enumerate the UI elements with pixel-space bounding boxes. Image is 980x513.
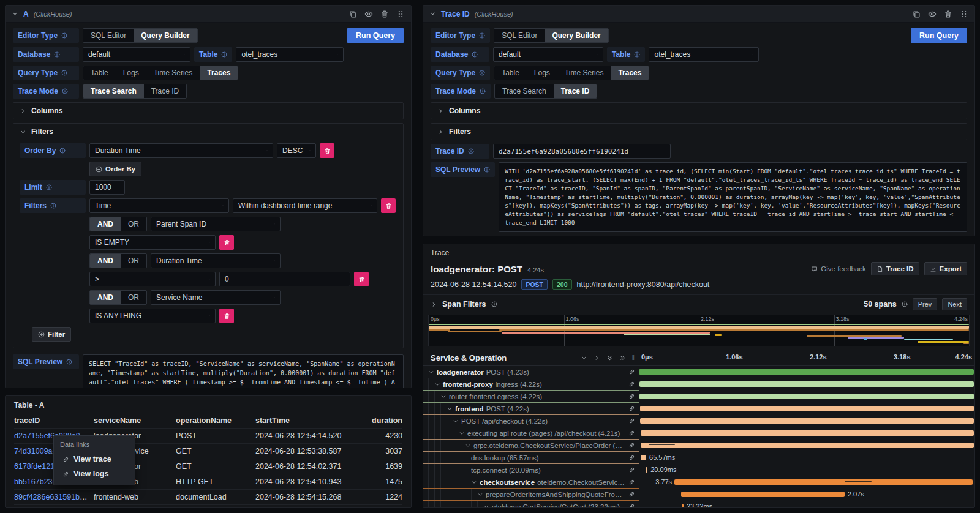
span-link-icon[interactable] <box>628 418 635 424</box>
span-collapse-icon[interactable] <box>465 443 471 449</box>
span-name-cell[interactable]: dns.lookup (65.57ms) <box>423 452 639 464</box>
run-query-button[interactable]: Run Query <box>911 28 967 43</box>
tab-query-builder[interactable]: Query Builder <box>134 29 197 42</box>
span-link-icon[interactable] <box>628 393 635 400</box>
span-link-icon[interactable] <box>628 405 635 412</box>
span-gantt-cell[interactable]: 65.57ms <box>639 452 974 464</box>
or-option[interactable]: OR <box>121 217 146 231</box>
expand-all-icon[interactable] <box>619 354 626 361</box>
filter-value-input[interactable] <box>219 272 350 286</box>
run-query-button[interactable]: Run Query <box>347 28 404 43</box>
span-gantt-cell[interactable]: 3.77s <box>639 476 974 489</box>
delete-filter-button[interactable] <box>381 198 396 213</box>
span-name-cell[interactable]: checkoutserviceoteldemo.CheckoutService/… <box>423 476 639 489</box>
tab-trace-search[interactable]: Trace Search <box>83 84 144 98</box>
delete-filter-button[interactable] <box>219 309 234 323</box>
filter-op-select[interactable]: IS EMPTY <box>89 235 216 250</box>
col-header-traceid[interactable]: traceID <box>14 416 94 425</box>
span-gantt-cell[interactable] <box>639 391 974 403</box>
span-name-cell[interactable]: frontendPOST (4.22s) <box>423 403 639 415</box>
span-collapse-icon[interactable] <box>459 430 465 436</box>
limit-input[interactable] <box>89 180 125 195</box>
span-name-cell[interactable]: prepareOrderItemsAndShippingQuoteFromCar… <box>423 489 639 501</box>
delete-icon[interactable] <box>944 10 952 18</box>
col-header-duration[interactable]: duration <box>369 416 402 425</box>
export-button[interactable]: Export <box>924 262 967 275</box>
tab-logs[interactable]: Logs <box>527 66 557 80</box>
tab-traces[interactable]: Traces <box>200 66 238 80</box>
span-duration-bar[interactable] <box>674 479 973 485</box>
col-header-starttime[interactable]: startTime <box>255 416 369 425</box>
span-name-cell[interactable]: grpc.oteldemo.CheckoutService/PlaceOrder… <box>423 440 639 452</box>
delete-order-by-button[interactable] <box>320 143 334 158</box>
order-by-field-select[interactable]: Duration Time <box>89 143 273 158</box>
tab-trace-id[interactable]: Trace ID <box>144 84 187 98</box>
span-duration-bar[interactable] <box>641 455 646 460</box>
database-select[interactable]: default <box>493 47 603 62</box>
duplicate-icon[interactable] <box>912 10 921 18</box>
and-option[interactable]: AND <box>90 217 121 231</box>
trace-id-link[interactable]: 89cf4286e631591b4... <box>14 493 90 501</box>
span-link-icon[interactable] <box>628 454 635 461</box>
filter-op-select[interactable]: IS ANYTHING <box>89 309 216 323</box>
delete-icon[interactable] <box>380 10 389 18</box>
tab-trace-id[interactable]: Trace ID <box>554 84 597 98</box>
span-link-icon[interactable] <box>628 491 635 498</box>
trace-id-button[interactable]: Trace ID <box>871 262 919 275</box>
span-name-cell[interactable]: frontend-proxyingress (4.22s) <box>423 378 639 391</box>
span-duration-bar[interactable] <box>682 504 684 507</box>
span-duration-bar[interactable] <box>640 418 974 424</box>
span-gantt-cell[interactable]: 2.07s <box>639 489 974 501</box>
tab-table[interactable]: Table <box>83 66 116 80</box>
span-collapse-icon[interactable] <box>483 504 489 508</box>
span-gantt-cell[interactable] <box>639 415 974 427</box>
table-select[interactable]: otel_traces <box>236 47 344 62</box>
span-collapse-icon[interactable] <box>434 381 440 388</box>
span-gantt-cell[interactable] <box>639 378 974 391</box>
span-duration-bar[interactable] <box>639 394 974 399</box>
span-collapse-icon[interactable] <box>428 369 434 375</box>
order-by-dir-select[interactable]: DESC <box>277 143 316 158</box>
next-button[interactable]: Next <box>942 298 967 310</box>
span-duration-bar[interactable] <box>641 430 974 436</box>
span-gantt-cell[interactable] <box>639 440 974 452</box>
filter-op-select[interactable]: > <box>89 272 216 286</box>
delete-filter-button[interactable] <box>219 235 234 250</box>
drag-handle-icon[interactable] <box>960 10 968 18</box>
filter-op-select[interactable]: Within dashboard time range <box>233 198 377 213</box>
span-name-cell[interactable]: POST /api/checkout (4.22s) <box>423 415 639 427</box>
column-resizer[interactable]: ‖ <box>632 354 635 361</box>
columns-section[interactable]: Columns <box>431 102 967 119</box>
span-name-cell[interactable]: oteldemo.CartService/GetCart (23.22ms) <box>423 501 639 507</box>
span-gantt-cell[interactable] <box>639 366 974 378</box>
filter-field-select[interactable]: Service Name <box>151 290 281 305</box>
prev-button[interactable]: Prev <box>913 298 938 310</box>
span-collapse-icon[interactable] <box>440 394 447 400</box>
span-duration-bar[interactable] <box>646 467 647 473</box>
col-header-operationname[interactable]: operationName <box>176 416 255 425</box>
add-filter-button[interactable]: Filter <box>32 327 71 342</box>
duplicate-icon[interactable] <box>349 10 357 18</box>
tab-time-series[interactable]: Time Series <box>557 66 611 80</box>
span-duration-bar[interactable] <box>639 369 974 375</box>
chevron-right-icon[interactable] <box>431 301 437 308</box>
tab-sql-editor[interactable]: SQL Editor <box>83 29 134 42</box>
span-collapse-icon[interactable] <box>453 418 459 424</box>
span-name-cell[interactable]: tcp.connect (20.09ms) <box>423 464 639 476</box>
span-duration-bar[interactable] <box>639 381 974 387</box>
trace-id-input[interactable] <box>493 144 671 159</box>
view-trace-link[interactable]: View trace <box>54 452 135 466</box>
span-collapse-icon[interactable] <box>471 479 477 485</box>
hide-icon[interactable] <box>364 10 373 18</box>
filter-field-select[interactable]: Time <box>89 198 229 213</box>
filters-section[interactable]: Filters <box>431 123 967 140</box>
span-link-icon[interactable] <box>628 430 635 436</box>
hide-icon[interactable] <box>928 10 937 18</box>
collapse-all-icon[interactable] <box>606 354 613 361</box>
filters-section-header[interactable]: Filters <box>13 124 403 140</box>
span-link-icon[interactable] <box>628 479 635 485</box>
span-collapse-icon[interactable] <box>477 492 483 498</box>
and-option[interactable]: AND <box>90 254 121 268</box>
collapse-icon[interactable] <box>12 10 18 17</box>
span-link-icon[interactable] <box>628 442 635 449</box>
